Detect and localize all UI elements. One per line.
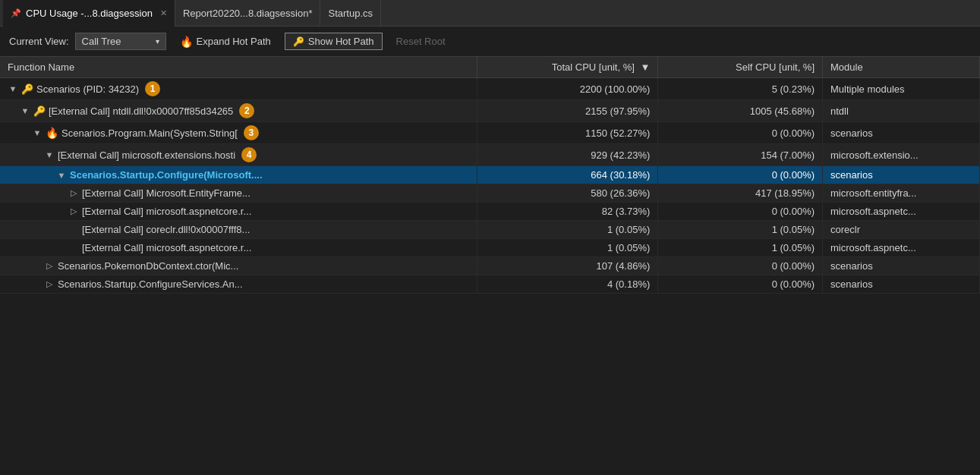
table-row[interactable]: ▷Scenarios.Startup.ConfigureServices.An.… [0,275,980,294]
hotpath-row-icon: 🔑 [21,83,33,95]
function-name-text: [External Call] microsoft.aspnetcore.r..… [82,206,251,217]
cell-module: scenarios [823,122,980,144]
cell-function-name: ▷[External Call] microsoft.aspnetcore.r.… [0,203,477,221]
expand-icon[interactable]: ▷ [44,279,55,289]
cell-total-cpu: 664 (30.18%) [477,166,657,184]
view-dropdown[interactable]: Call Tree ▾ [75,33,166,50]
cell-module: scenarios [823,275,980,294]
table-header-row: Function Name Total CPU [unit, %] ▼ Self… [0,57,980,78]
table-row[interactable]: ▷Scenarios.PokemonDbContext.ctor(Mic...1… [0,257,980,275]
close-tab-cpu[interactable]: ✕ [160,8,167,18]
cell-total-cpu: 1150 (52.27%) [477,122,657,144]
view-dropdown-value: Call Tree [82,36,121,47]
show-hot-path-label: Show Hot Path [308,36,374,47]
cell-function-name: [External Call] coreclr.dll!0x00007fff8.… [0,221,477,239]
hot-path-badge: 2 [239,103,254,118]
function-name-text: [External Call] microsoft.aspnetcore.r..… [82,242,251,253]
current-view-label: Current View: [9,36,69,47]
name-cell-content: ▼Scenarios.Startup.Configure(Microsoft..… [56,169,469,181]
table-row[interactable]: ▼[External Call] microsoft.extensions.ho… [0,144,980,166]
cell-function-name: ▷Scenarios.PokemonDbContext.ctor(Mic... [0,257,477,275]
cell-module: scenarios [823,257,980,275]
tab-report[interactable]: Report20220...8.diagsession* [175,0,321,27]
name-cell-content: ▼🔥Scenarios.Program.Main(System.String[3 [32,125,469,140]
cell-module: ntdll [823,100,980,122]
function-name-text: Scenarios (PID: 34232) [36,83,139,95]
fire-icon: 🔥 [46,127,58,139]
tab-bar: 📌 CPU Usage -...8.diagsession ✕ Report20… [0,0,980,27]
collapse-icon[interactable]: ▼ [8,84,18,93]
cell-self-cpu: 0 (0.00%) [658,257,823,275]
name-cell-content: ▼[External Call] microsoft.extensions.ho… [44,147,469,162]
cell-module: coreclr [823,221,980,239]
expand-icon[interactable]: ▷ [68,206,79,216]
cell-total-cpu: 1 (0.05%) [477,221,657,239]
cell-total-cpu: 2155 (97.95%) [477,100,657,122]
cell-module: microsoft.entityfra... [823,184,980,203]
collapse-icon[interactable]: ▼ [56,171,67,180]
expand-icon[interactable]: ▷ [68,188,79,198]
col-header-function-name[interactable]: Function Name [0,57,477,78]
cell-self-cpu: 154 (7.00%) [658,144,823,166]
cell-self-cpu: 0 (0.00%) [658,203,823,221]
cell-module: scenarios [823,166,980,184]
function-name-text: Scenarios.PokemonDbContext.ctor(Mic... [58,260,238,272]
hotpath-icon: 🔑 [293,36,304,47]
cell-function-name: ▼🔑Scenarios (PID: 34232)1 [0,78,477,100]
hot-path-badge: 4 [241,147,257,162]
cell-self-cpu: 417 (18.95%) [658,184,823,203]
call-tree-table-container: Function Name Total CPU [unit, %] ▼ Self… [0,57,980,475]
cell-self-cpu: 1 (0.05%) [658,239,823,257]
cell-function-name: ▼🔑[External Call] ntdll.dll!0x00007ff85d… [0,100,477,122]
cell-self-cpu: 0 (0.00%) [658,122,823,144]
col-header-self-cpu[interactable]: Self CPU [unit, %] [658,57,823,78]
table-row[interactable]: ▼🔑Scenarios (PID: 34232)12200 (100.00%)5… [0,78,980,100]
name-cell-content: ▷Scenarios.PokemonDbContext.ctor(Mic... [44,260,469,272]
collapse-icon[interactable]: ▼ [32,128,43,137]
cell-total-cpu: 2200 (100.00%) [477,78,657,100]
table-row[interactable]: [External Call] microsoft.aspnetcore.r..… [0,239,980,257]
reset-root-button[interactable]: Reset Root [389,33,453,49]
cell-module: Multiple modules [823,78,980,100]
show-hot-path-button[interactable]: 🔑 Show Hot Path [285,33,383,50]
hot-path-badge: 3 [244,125,259,140]
function-name-text: Scenarios.Startup.Configure(Microsoft...… [70,169,263,181]
table-row[interactable]: ▷[External Call] microsoft.aspnetcore.r.… [0,203,980,221]
table-row[interactable]: ▼🔑[External Call] ntdll.dll!0x00007ff85d… [0,100,980,122]
reset-root-label: Reset Root [396,36,446,47]
cell-self-cpu: 1005 (45.68%) [658,100,823,122]
tab-startup[interactable]: Startup.cs [320,0,381,27]
collapse-icon[interactable]: ▼ [20,106,30,115]
name-cell-content: ▼🔑Scenarios (PID: 34232)1 [8,81,469,96]
pin-icon: 📌 [11,8,21,18]
function-name-text: [External Call] Microsoft.EntityFrame... [82,187,251,199]
expand-hot-path-button[interactable]: 🔥 Expand Hot Path [172,33,279,50]
cell-function-name: ▼Scenarios.Startup.Configure(Microsoft..… [0,166,477,184]
col-header-total-cpu[interactable]: Total CPU [unit, %] ▼ [477,57,657,78]
fire-icon: 🔥 [180,36,193,48]
tab-cpu-label: CPU Usage -...8.diagsession [26,8,153,19]
table-row[interactable]: ▼🔥Scenarios.Program.Main(System.String[3… [0,122,980,144]
cell-total-cpu: 1 (0.05%) [477,239,657,257]
tab-cpu[interactable]: 📌 CPU Usage -...8.diagsession ✕ [3,0,175,27]
tab-startup-label: Startup.cs [328,8,373,19]
table-row[interactable]: ▼Scenarios.Startup.Configure(Microsoft..… [0,166,980,184]
chevron-down-icon: ▾ [156,37,159,46]
cell-module: microsoft.aspnetc... [823,203,980,221]
tab-report-label: Report20220...8.diagsession* [183,8,313,19]
name-cell-content: ▷[External Call] microsoft.aspnetcore.r.… [68,206,469,217]
expand-icon[interactable]: ▷ [44,261,55,271]
call-tree-table: Function Name Total CPU [unit, %] ▼ Self… [0,57,980,294]
cell-function-name: ▷Scenarios.Startup.ConfigureServices.An.… [0,275,477,294]
name-cell-content: [External Call] coreclr.dll!0x00007fff8.… [68,224,469,235]
col-header-module[interactable]: Module [823,57,980,78]
collapse-icon[interactable]: ▼ [44,150,55,159]
hot-path-badge: 1 [145,81,160,96]
cell-total-cpu: 107 (4.86%) [477,257,657,275]
toolbar: Current View: Call Tree ▾ 🔥 Expand Hot P… [0,27,980,57]
function-name-text: Scenarios.Startup.ConfigureServices.An..… [58,278,243,290]
table-row[interactable]: ▷[External Call] Microsoft.EntityFrame..… [0,184,980,203]
function-name-text: [External Call] ntdll.dll!0x00007ff85d34… [49,105,233,117]
table-row[interactable]: [External Call] coreclr.dll!0x00007fff8.… [0,221,980,239]
cell-self-cpu: 0 (0.00%) [658,166,823,184]
